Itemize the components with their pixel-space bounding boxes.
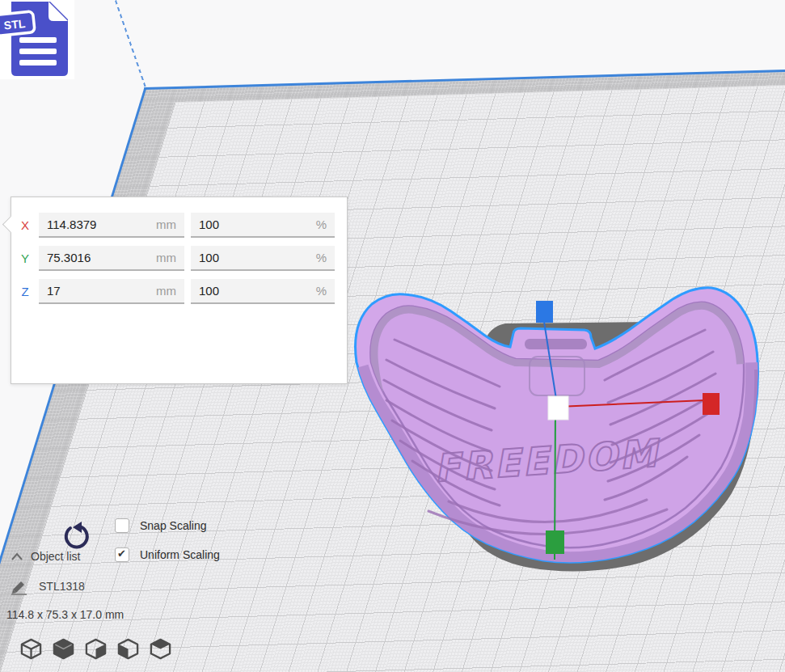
- pencil-icon: [10, 577, 27, 595]
- scale-handle-center[interactable]: [548, 396, 568, 420]
- uniform-scaling-label: Uniform Scaling: [140, 548, 220, 561]
- cura-window: FREEDOM STL: [0, 0, 785, 672]
- checkmark-icon: ✔: [117, 547, 126, 560]
- object-name: STL1318: [39, 580, 85, 593]
- view-left-button[interactable]: [116, 637, 140, 661]
- scale-handle-y[interactable]: [546, 530, 564, 554]
- build-volume-edge-vertical: [112, 0, 146, 87]
- uniform-scaling-row: ✔ Uniform Scaling: [115, 547, 220, 563]
- snap-scaling-checkbox[interactable]: ✔: [115, 518, 129, 533]
- scale-x-mm-input[interactable]: [39, 213, 184, 236]
- keychain-slot: [525, 339, 587, 349]
- model-dimensions: 114.8 x 75.3 x 17.0 mm: [6, 608, 124, 621]
- object-list-item[interactable]: STL1318: [10, 577, 85, 595]
- scale-y-mm-field: mm: [39, 246, 184, 271]
- cube-solid-icon: [52, 637, 75, 661]
- view-top-button[interactable]: [84, 637, 108, 661]
- view-right-button[interactable]: [149, 637, 172, 661]
- scale-handle-x[interactable]: [703, 393, 720, 415]
- scale-x-mm-field: mm: [39, 213, 184, 238]
- stl-badge-label: STL: [3, 17, 26, 32]
- object-list-toggle[interactable]: Object list: [10, 550, 80, 563]
- model-scene: FREEDOM: [323, 263, 780, 586]
- axis-label-x: X: [11, 218, 39, 232]
- cube-3d-icon: [19, 637, 43, 661]
- scale-z-mm-field: mm: [39, 279, 184, 304]
- scale-row-x: X mm %: [11, 213, 335, 238]
- view-3d-button[interactable]: [19, 637, 43, 661]
- cube-left-face-icon: [116, 637, 140, 661]
- camera-view-buttons: [19, 637, 172, 661]
- stl-file-icon: STL: [0, 0, 74, 79]
- scale-z-mm-input[interactable]: [39, 279, 184, 302]
- scale-z-percent-input[interactable]: [191, 279, 335, 302]
- scale-x-percent-input[interactable]: [191, 213, 335, 236]
- stl-file-thumbnail[interactable]: STL: [0, 0, 74, 79]
- scale-row-z: Z mm %: [11, 279, 335, 304]
- scale-x-percent-field: %: [191, 213, 335, 238]
- scale-z-percent-field: %: [191, 279, 335, 304]
- cube-top-face-icon: [149, 637, 172, 661]
- snap-scaling-label: Snap Scaling: [140, 519, 207, 532]
- snap-scaling-row: ✔ Snap Scaling: [115, 518, 207, 534]
- view-front-button[interactable]: [52, 637, 75, 661]
- scale-tool-panel: X mm % Y mm % Z mm: [11, 197, 348, 384]
- scale-y-mm-input[interactable]: [39, 246, 184, 269]
- axis-label-z: Z: [11, 285, 39, 298]
- axis-label-y: Y: [11, 251, 39, 265]
- scale-handle-z[interactable]: [536, 301, 553, 323]
- scale-row-y: Y mm %: [11, 246, 335, 271]
- scale-y-percent-input[interactable]: [191, 246, 335, 269]
- cube-front-face-icon: [84, 637, 108, 661]
- chevron-up-icon: [10, 551, 24, 562]
- uniform-scaling-checkbox[interactable]: ✔: [115, 547, 129, 562]
- object-list-label: Object list: [31, 550, 80, 563]
- scale-y-percent-field: %: [191, 246, 335, 271]
